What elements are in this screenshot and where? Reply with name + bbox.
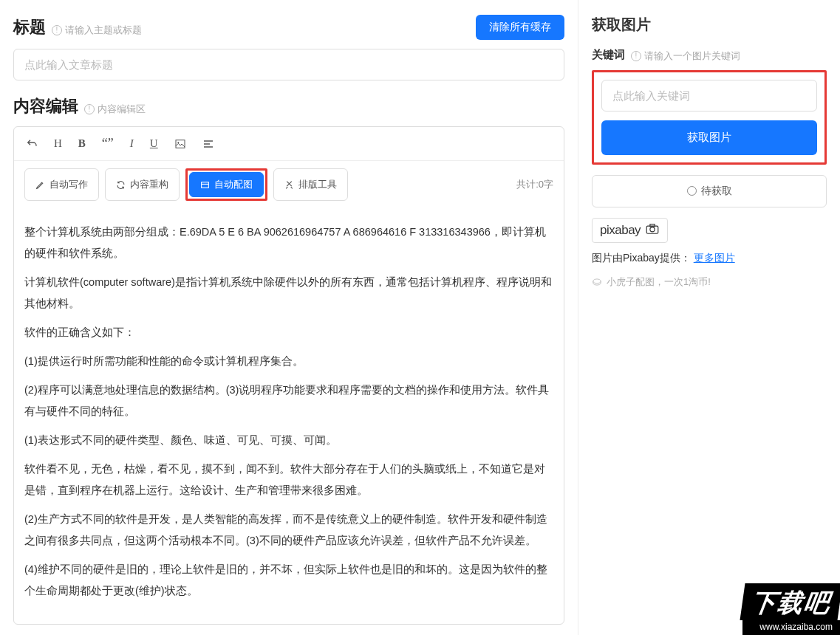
keyword-hint: ! 请输入一个图片关键词 (631, 49, 740, 63)
sidebar-panel: 获取图片 关键词 ! 请输入一个图片关键词 获取图片 待获取 pixabay (578, 0, 840, 635)
editor-toolbar: H B “” I U (14, 127, 564, 161)
image-icon (174, 138, 186, 150)
circle-icon (687, 186, 697, 196)
paragraph: (1)提供运行时所需功能和性能的命令或计算机程序集合。 (24, 351, 553, 372)
sidebar-title: 获取图片 (592, 15, 827, 35)
paragraph: (1)表达形式不同的硬件类型、颜色、味道、可见、可摸、可闻。 (24, 430, 553, 451)
quote-button[interactable]: “” (100, 134, 115, 153)
clear-cache-button[interactable]: 清除所有缓存 (476, 15, 564, 40)
keyword-label-row: 关键词 ! 请输入一个图片关键词 (592, 48, 827, 63)
title-hint: ! 请输入主题或标题 (52, 24, 142, 37)
word-count: 共计:0字 (516, 178, 553, 191)
info-icon: ! (631, 51, 641, 61)
svg-rect-0 (176, 140, 185, 148)
underline-button[interactable]: U (148, 136, 160, 151)
svg-point-6 (593, 278, 601, 283)
refresh-icon (116, 180, 126, 190)
keyword-highlight-box: 获取图片 (592, 70, 827, 165)
title-label: 标题 (13, 16, 46, 38)
bold-button[interactable]: B (77, 136, 87, 151)
coin-line: 小虎子配图，一次1淘币! (592, 275, 827, 289)
heading-button[interactable]: H (52, 136, 64, 151)
pixabay-badge: pixabay (592, 218, 668, 243)
pencil-icon (35, 180, 45, 190)
pixabay-logo: pixabay (600, 223, 660, 237)
keyword-input[interactable] (601, 80, 817, 111)
pending-button[interactable]: 待获取 (592, 175, 827, 207)
paragraph: 计算机软件(computer software)是指计算机系统中除硬件以外的所有… (24, 272, 553, 315)
coin-icon (592, 277, 602, 287)
align-left-button[interactable] (201, 137, 216, 151)
editor-section-header: 内容编辑 ! 内容编辑区 (13, 95, 564, 117)
auto-image-highlight: 自动配图 (185, 168, 267, 201)
fetch-image-button[interactable]: 获取图片 (601, 120, 817, 155)
action-row: 自动写作 内容重构 自动配图 排版工具 (14, 161, 564, 208)
svg-rect-2 (202, 182, 209, 188)
card-icon (200, 180, 210, 190)
auto-image-button[interactable]: 自动配图 (189, 172, 264, 197)
editor-hint: ! 内容编辑区 (84, 103, 146, 116)
auto-write-button[interactable]: 自动写作 (24, 168, 99, 201)
paragraph: (2)程序可以满意地处理信息的数据结构。(3)说明程序功能要求和程序需要的文档的… (24, 380, 553, 422)
keyword-label: 关键词 (592, 48, 625, 62)
layout-tool-button[interactable]: 排版工具 (273, 168, 348, 201)
main-panel: 标题 ! 请输入主题或标题 清除所有缓存 内容编辑 ! 内容编辑区 (0, 0, 578, 635)
info-icon: ! (84, 104, 95, 114)
svg-rect-5 (650, 224, 655, 226)
paragraph: 软件看不见，无色，枯燥，看不见，摸不到，闻不到。软件大部分存在于人们的头脑或纸上… (24, 459, 553, 501)
camera-icon (645, 223, 660, 238)
tools-icon (284, 180, 294, 190)
image-button[interactable] (173, 137, 188, 151)
paragraph: (4)维护不同的硬件是旧的，理论上软件是旧的，并不坏，但实际上软件也是旧的和坏的… (24, 559, 553, 602)
svg-point-4 (650, 227, 655, 231)
editor-container: H B “” I U 自动写作 (13, 126, 564, 625)
restructure-button[interactable]: 内容重构 (105, 168, 180, 201)
credit-line: 图片由Pixabay提供： 更多图片 (592, 252, 827, 265)
paragraph: 整个计算机系统由两部分组成：E.69DA 5 E 6 BA 9062616964… (24, 222, 553, 264)
paragraph: 软件的正确含义如下： (24, 322, 553, 343)
undo-button[interactable] (24, 137, 39, 151)
align-left-icon (202, 138, 214, 150)
editor-content[interactable]: 整个计算机系统由两部分组成：E.69DA 5 E 6 BA 9062616964… (14, 208, 564, 624)
more-images-link[interactable]: 更多图片 (694, 252, 735, 264)
article-title-input[interactable] (13, 49, 564, 80)
editor-label: 内容编辑 (13, 95, 78, 117)
info-icon: ! (52, 25, 62, 35)
svg-point-1 (177, 142, 179, 143)
italic-button[interactable]: I (129, 136, 135, 151)
title-section-header: 标题 ! 请输入主题或标题 清除所有缓存 (13, 15, 564, 40)
paragraph: (2)生产方式不同的软件是开发，是人类智能的高发挥，而不是传统意义上的硬件制造。… (24, 509, 553, 552)
undo-icon (26, 138, 38, 150)
